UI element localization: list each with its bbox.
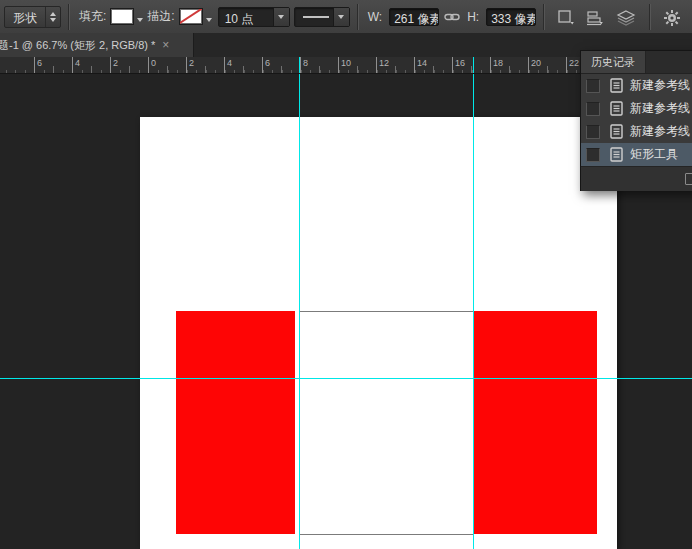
history-state-document-icon	[610, 147, 623, 162]
path-operations-icon[interactable]	[557, 7, 576, 27]
path-alignment-icon[interactable]	[586, 7, 605, 27]
document-tab-title: 标题-1 @ 66.7% (矩形 2, RGB/8) *	[0, 38, 155, 53]
stroke-label: 描边:	[147, 8, 174, 25]
divider	[543, 4, 545, 30]
chevron-down-icon	[333, 8, 349, 26]
ruler-unit-label: 6	[37, 58, 42, 68]
gear-icon[interactable]	[663, 7, 681, 27]
ruler-unit-label: 8	[303, 58, 308, 68]
ruler-unit-label: 12	[379, 58, 389, 68]
history-panel-footer	[581, 166, 692, 191]
height-label: H:	[467, 10, 479, 24]
ruler-unit-label: 2	[189, 58, 194, 68]
history-state-document-icon	[610, 78, 623, 93]
red-rectangle-shape-left[interactable]	[176, 311, 295, 534]
history-panel: 历史记录 新建参考线 新建参考线	[580, 50, 692, 191]
shape-height-field[interactable]: 333 像素	[486, 8, 536, 26]
ruler-unit-label: 10	[341, 58, 351, 68]
fill-color-swatch-icon	[110, 8, 134, 25]
divider	[649, 4, 651, 30]
stroke-style-preview-icon	[303, 16, 329, 18]
history-panel-header: 历史记录	[581, 51, 692, 74]
red-rectangle-shape-right[interactable]	[474, 311, 597, 534]
document-tab[interactable]: 标题-1 @ 66.7% (矩形 2, RGB/8) * ×	[0, 33, 194, 57]
chevron-down-icon	[273, 8, 289, 26]
tool-mode-select[interactable]: 形状	[4, 6, 61, 28]
vertical-guide[interactable]	[299, 74, 300, 549]
history-brush-source-well[interactable]	[586, 79, 600, 93]
link-dimensions-icon[interactable]	[444, 7, 460, 27]
divider	[68, 4, 70, 30]
divider	[357, 4, 359, 30]
tool-mode-toggle-icon	[45, 7, 60, 27]
history-item[interactable]: 新建参考线	[581, 74, 692, 97]
ruler-guide-mark	[299, 57, 300, 74]
stroke-none-swatch-icon	[179, 8, 203, 25]
chevron-down-icon	[206, 18, 212, 22]
history-item-label: 矩形工具	[630, 146, 678, 163]
ruler-unit-label: 14	[417, 58, 427, 68]
ruler-unit-label: 0	[151, 58, 156, 68]
ruler-guide-mark	[473, 57, 474, 74]
path-arrangement-icon[interactable]	[615, 7, 637, 27]
ruler-unit-label: 2	[113, 58, 118, 68]
width-label: W:	[368, 10, 382, 24]
active-rectangle-path-outline[interactable]	[299, 311, 474, 535]
stroke-style-select[interactable]	[294, 7, 350, 27]
history-state-document-icon	[610, 101, 623, 116]
ruler-unit-label: 16	[455, 58, 465, 68]
ruler-unit-label: 22	[569, 58, 579, 68]
history-brush-source-well[interactable]	[586, 125, 600, 139]
history-brush-source-well[interactable]	[586, 102, 600, 116]
history-item[interactable]: 矩形工具	[581, 143, 692, 166]
stroke-swatch[interactable]	[179, 8, 212, 25]
tool-mode-value: 形状	[5, 7, 45, 27]
document-canvas[interactable]	[140, 117, 617, 549]
fill-swatch[interactable]	[110, 8, 143, 25]
ruler-unit-label: 4	[227, 58, 232, 68]
close-icon[interactable]: ×	[162, 39, 169, 51]
fill-label: 填充:	[79, 8, 106, 25]
ruler-unit-label: 20	[531, 58, 541, 68]
tool-options-bar: 形状 填充: 描边: 10 点 W: 261 像素 H: 333 像素	[0, 0, 692, 34]
history-states-list: 新建参考线 新建参考线 新建参考线	[581, 74, 692, 166]
history-panel-tab[interactable]: 历史记录	[581, 51, 646, 73]
stroke-width-select[interactable]: 10 点	[218, 7, 290, 27]
vertical-guide[interactable]	[473, 74, 474, 549]
ruler-unit-label: 4	[75, 58, 80, 68]
horizontal-guide[interactable]	[0, 378, 692, 379]
chevron-down-icon	[137, 18, 143, 22]
stroke-width-value: 10 点	[219, 8, 273, 26]
history-item[interactable]: 新建参考线	[581, 120, 692, 143]
history-item-label: 新建参考线	[630, 77, 690, 94]
new-document-from-state-icon[interactable]	[685, 173, 692, 185]
history-brush-source-well[interactable]	[586, 148, 600, 162]
ruler-unit-label: 6	[265, 58, 270, 68]
history-state-document-icon	[610, 124, 623, 139]
ruler-unit-label: 18	[493, 58, 503, 68]
history-item-label: 新建参考线	[630, 100, 690, 117]
history-item-label: 新建参考线	[630, 123, 690, 140]
history-item[interactable]: 新建参考线	[581, 97, 692, 120]
shape-width-field[interactable]: 261 像素	[389, 8, 439, 26]
